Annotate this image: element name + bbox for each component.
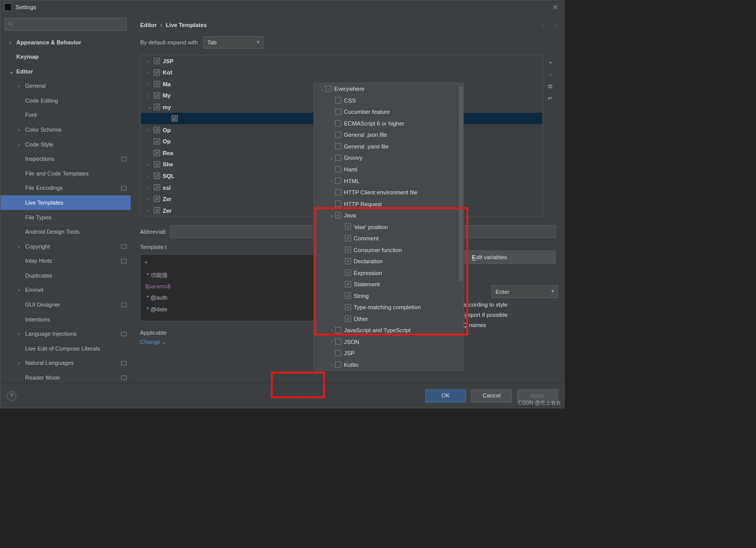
ok-button[interactable]: OK [425, 389, 466, 403]
sidebar-item[interactable]: File Encodings [1, 181, 131, 195]
template-checkbox[interactable] [154, 207, 160, 213]
sidebar-item[interactable]: ›Copyright [1, 239, 131, 254]
context-item[interactable]: ›JavaScript and TypeScript [314, 325, 464, 336]
context-item[interactable]: Cucumber feature [314, 106, 464, 118]
expand-with-option-select[interactable]: Enter [492, 285, 558, 297]
context-checkbox[interactable] [345, 315, 351, 321]
context-item[interactable]: ⌄Everywhere [314, 83, 464, 95]
context-checkbox[interactable] [345, 223, 351, 230]
context-checkbox[interactable] [345, 281, 351, 287]
context-checkbox[interactable] [335, 327, 341, 333]
template-checkbox[interactable] [154, 138, 160, 144]
template-checkbox[interactable] [154, 92, 160, 98]
template-group-item[interactable]: ›JSP [140, 55, 542, 67]
add-icon[interactable]: ＋ [548, 58, 553, 66]
context-item[interactable]: 'else' position [314, 221, 464, 233]
sidebar-item[interactable]: File and Code Templates [1, 166, 131, 181]
context-checkbox[interactable] [335, 132, 341, 138]
sidebar-item[interactable]: Font [1, 108, 131, 122]
context-checkbox[interactable] [335, 155, 341, 161]
context-item[interactable]: Other [314, 313, 464, 325]
context-checkbox[interactable] [345, 246, 351, 253]
template-checkbox[interactable] [154, 150, 160, 156]
context-checkbox[interactable] [335, 120, 341, 127]
context-item[interactable]: HTTP Request [314, 198, 464, 210]
help-icon[interactable]: ? [7, 391, 16, 401]
context-item[interactable]: ›Kotlin [314, 359, 464, 370]
context-checkbox[interactable] [335, 338, 341, 344]
context-item[interactable]: String [314, 290, 464, 302]
context-item[interactable]: Type-matching completion [314, 302, 464, 313]
settings-tree[interactable]: ›Appearance & BehaviorKeymap⌄Editor›Gene… [1, 35, 131, 383]
sidebar-item[interactable]: Live Templates [1, 195, 131, 210]
template-checkbox[interactable] [154, 127, 160, 133]
context-item[interactable]: General .yaml file [314, 140, 464, 152]
template-checkbox[interactable] [154, 184, 160, 190]
revert-icon[interactable]: ↩ [548, 94, 553, 101]
sidebar-item[interactable]: ⌄Editor [1, 64, 131, 79]
context-checkbox[interactable] [335, 361, 341, 367]
sidebar-item[interactable]: ›Natural Languages [1, 356, 131, 370]
context-item[interactable]: Statement [314, 279, 464, 290]
sidebar-item[interactable]: Android Design Tools [1, 225, 131, 239]
sidebar-item[interactable]: ›General [1, 79, 131, 93]
template-checkbox[interactable] [154, 196, 160, 202]
context-scope-list[interactable]: ⌄EverywhereCSSCucumber featureECMAScript… [314, 83, 464, 370]
nav-back-icon[interactable]: ← [541, 21, 547, 28]
context-checkbox[interactable] [345, 235, 351, 241]
context-checkbox[interactable] [335, 201, 341, 207]
template-group-item[interactable]: ›Kot [140, 67, 542, 79]
template-checkbox[interactable] [154, 161, 160, 167]
sidebar-item[interactable]: Intentions [1, 312, 131, 327]
sidebar-item[interactable]: ›Code Style [1, 137, 131, 152]
context-checkbox[interactable] [335, 143, 341, 150]
context-item[interactable]: ⌄Java [314, 209, 464, 221]
breadcrumb-a[interactable]: Editor [140, 21, 157, 28]
context-checkbox[interactable] [345, 269, 351, 276]
context-checkbox[interactable] [335, 166, 341, 172]
context-item[interactable]: Comment [314, 233, 464, 244]
expand-with-select[interactable]: Tab [203, 36, 263, 48]
close-icon[interactable]: ✕ [550, 2, 560, 12]
context-item[interactable]: Consumer function [314, 244, 464, 256]
context-checkbox[interactable] [345, 304, 351, 310]
context-item[interactable]: Haml [314, 163, 464, 175]
context-item[interactable]: Expression [314, 267, 464, 279]
context-checkbox[interactable] [335, 97, 341, 104]
context-item[interactable]: Declaration [314, 256, 464, 267]
sidebar-item[interactable]: Duplicates [1, 268, 131, 283]
template-checkbox[interactable] [172, 115, 178, 121]
context-item[interactable]: JSP [314, 347, 464, 359]
sidebar-item[interactable]: File Types [1, 210, 131, 225]
search-input[interactable] [5, 18, 127, 31]
context-item[interactable]: HTTP Client environment file [314, 186, 464, 198]
context-item[interactable]: ›HTML [314, 175, 464, 187]
sidebar-item[interactable]: ›Emmet [1, 283, 131, 297]
sidebar-item[interactable]: Code Editing [1, 93, 131, 108]
copy-icon[interactable]: ⧉ [548, 83, 552, 90]
context-checkbox[interactable] [345, 258, 351, 264]
sidebar-item[interactable]: Live Edit of Compose Literals [1, 341, 131, 356]
sidebar-item[interactable]: GUI Designer [1, 297, 131, 312]
cancel-button[interactable]: Cancel [471, 389, 512, 403]
scrollbar[interactable] [459, 87, 464, 281]
change-link[interactable]: Change [140, 338, 160, 345]
context-checkbox[interactable] [325, 86, 331, 92]
sidebar-item[interactable]: ›Language Injections [1, 327, 131, 341]
context-checkbox[interactable] [335, 189, 341, 195]
context-checkbox[interactable] [335, 212, 341, 218]
context-item[interactable]: ›JSON [314, 336, 464, 347]
sidebar-item[interactable]: ›Color Scheme [1, 122, 131, 137]
context-item[interactable]: CSS [314, 94, 464, 106]
template-checkbox[interactable] [154, 69, 160, 76]
context-item[interactable]: ›Groovy [314, 152, 464, 164]
nav-fwd-icon[interactable]: → [552, 21, 558, 28]
template-checkbox[interactable] [154, 173, 160, 179]
context-checkbox[interactable] [345, 292, 351, 298]
sidebar-item[interactable]: Reader Mode [1, 370, 131, 383]
context-item[interactable]: General .json file [314, 129, 464, 141]
sidebar-item[interactable]: Keymap [1, 49, 131, 64]
sidebar-item[interactable]: Inspections [1, 152, 131, 166]
context-item[interactable]: ECMAScript 6 or higher [314, 117, 464, 129]
sidebar-item[interactable]: Inlay Hints [1, 254, 131, 268]
